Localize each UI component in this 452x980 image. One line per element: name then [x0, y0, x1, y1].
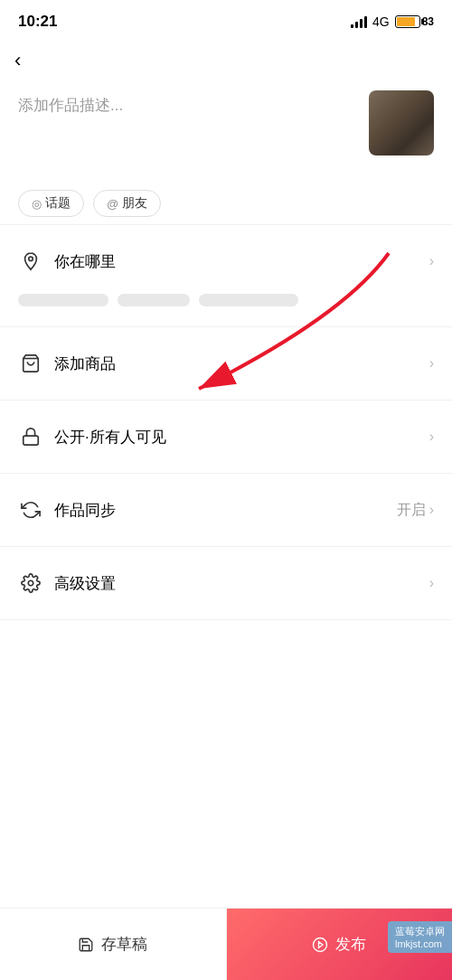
- advanced-settings-label: 高级设置: [54, 573, 429, 594]
- fire-icon: [312, 937, 328, 953]
- sync-right: 开启 ›: [397, 501, 434, 520]
- save-draft-label: 存草稿: [101, 934, 147, 955]
- visibility-menu-item[interactable]: 公开·所有人可见 ›: [0, 408, 452, 466]
- thumbnail: [369, 90, 434, 155]
- advanced-chevron: ›: [429, 575, 434, 591]
- watermark-line1: 蓝莓安卓网: [395, 925, 445, 938]
- divider-3: [0, 400, 452, 400]
- friend-label: 朋友: [122, 195, 147, 212]
- back-icon: ‹: [14, 49, 21, 71]
- friend-tag[interactable]: @ 朋友: [93, 190, 161, 217]
- add-product-chevron: ›: [429, 355, 434, 372]
- watermark-line2: lmkjst.com: [395, 938, 445, 949]
- sync-chevron: ›: [429, 502, 434, 518]
- svg-rect-2: [24, 436, 39, 445]
- svg-point-0: [29, 257, 33, 261]
- topic-label: 话题: [45, 195, 71, 212]
- thumbnail-image: [369, 90, 434, 155]
- visibility-right: ›: [429, 429, 434, 445]
- visibility-chevron: ›: [429, 429, 434, 445]
- location-icon: [18, 249, 43, 274]
- blur-pill-1: [18, 294, 108, 306]
- location-sub-row: [0, 290, 452, 319]
- signal-icon: [351, 15, 367, 28]
- content-area: 添加作品描述...: [0, 81, 452, 190]
- battery: 83: [395, 15, 434, 28]
- advanced-right: ›: [429, 575, 434, 591]
- blur-pill-2: [118, 294, 190, 306]
- battery-level: 83: [422, 15, 434, 28]
- add-product-right: ›: [429, 355, 434, 372]
- draft-icon: [78, 937, 94, 953]
- location-right: ›: [429, 253, 434, 269]
- sync-menu-item[interactable]: 作品同步 开启 ›: [0, 481, 452, 539]
- advanced-settings-menu-item[interactable]: 高级设置 ›: [0, 554, 452, 612]
- divider-5: [0, 546, 452, 547]
- visibility-label: 公开·所有人可见: [54, 427, 429, 448]
- topic-prefix: ◎: [32, 197, 42, 211]
- description-input[interactable]: 添加作品描述...: [18, 90, 358, 118]
- topic-tag[interactable]: ◎ 话题: [18, 190, 84, 217]
- save-draft-button[interactable]: 存草稿: [0, 909, 227, 980]
- add-product-label: 添加商品: [54, 353, 429, 374]
- divider-1: [0, 224, 452, 225]
- bottom-bar: 存草稿 发布: [0, 908, 452, 980]
- status-time: 10:21: [18, 13, 57, 31]
- location-menu-item[interactable]: 你在哪里 ›: [0, 232, 452, 290]
- publish-label: 发布: [335, 934, 366, 955]
- divider-4: [0, 473, 452, 474]
- sync-value: 开启: [397, 501, 426, 520]
- svg-point-3: [28, 580, 33, 586]
- status-right: 4G 83: [351, 14, 434, 29]
- back-button[interactable]: ‹: [0, 40, 452, 81]
- cart-icon: [18, 351, 43, 376]
- location-chevron: ›: [429, 253, 434, 269]
- lock-icon: [18, 424, 43, 449]
- tags-row: ◎ 话题 @ 朋友: [0, 190, 452, 217]
- status-bar: 10:21 4G 83: [0, 0, 452, 40]
- divider-2: [0, 326, 452, 327]
- sync-icon: [18, 497, 43, 523]
- location-label: 你在哪里: [54, 251, 429, 272]
- settings-icon: [18, 570, 43, 596]
- blur-pill-3: [199, 294, 298, 306]
- watermark: 蓝莓安卓网 lmkjst.com: [388, 921, 452, 953]
- network-label: 4G: [372, 14, 390, 29]
- add-product-menu-item[interactable]: 添加商品 ›: [0, 335, 452, 392]
- sync-label: 作品同步: [54, 500, 397, 521]
- divider-6: [0, 619, 452, 620]
- friend-prefix: @: [107, 197, 118, 211]
